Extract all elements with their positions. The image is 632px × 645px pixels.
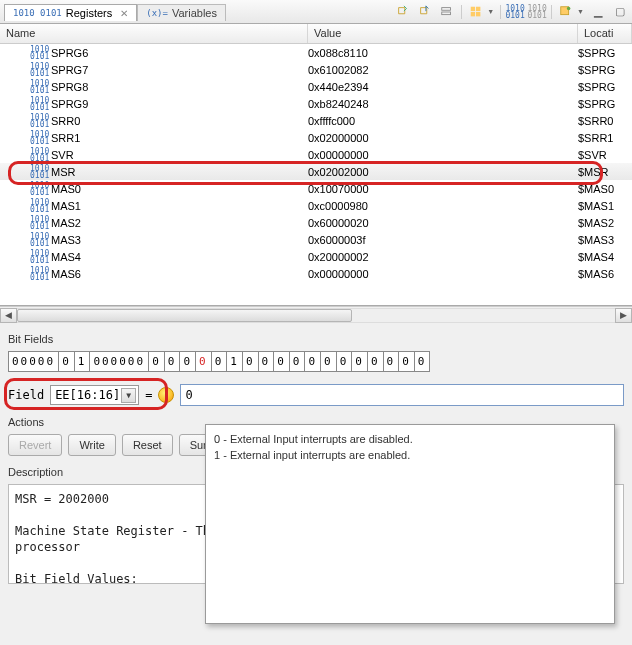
tab-variables-label: Variables [172,7,217,19]
tab-registers[interactable]: 1010 0101 Registers ✕ [4,4,137,21]
bit-cell[interactable]: 0 [164,351,181,372]
horizontal-scrollbar[interactable]: ◀ ▶ [0,306,632,323]
table-row[interactable]: 1010 0101SRR00xffffc000$SRR0 [0,112,632,129]
maximize-icon[interactable]: ▢ [612,5,628,19]
register-icon: 1010 0101 [30,46,46,60]
table-row[interactable]: 1010 0101MSR0x02002000$MSR [0,163,632,180]
bit-cell[interactable]: 0 [351,351,368,372]
table-row[interactable]: 1010 0101MAS60x00000000$MAS6 [0,265,632,282]
table-row[interactable]: 1010 0101SVR0x00000000$SVR [0,146,632,163]
reg-value: 0xffffc000 [308,115,578,127]
svg-rect-4 [471,12,475,16]
bit-cell[interactable]: 0 [289,351,306,372]
toolbar-separator [551,5,552,19]
bit-cell[interactable]: 0 [320,351,337,372]
reg-location: $MAS2 [578,217,632,229]
pin-icon[interactable] [558,4,574,20]
bit-cell[interactable]: 0 [383,351,400,372]
table-row[interactable]: 1010 0101MAS40x20000002$MAS4 [0,248,632,265]
table-row[interactable]: 1010 0101SPRG80x440e2394$SPRG [0,78,632,95]
svg-rect-3 [476,6,480,10]
bit-cell[interactable]: 0 [195,351,212,372]
scroll-right-icon[interactable]: ▶ [615,308,632,323]
reg-name: MAS4 [51,251,81,263]
bit-cell[interactable]: 0 [58,351,75,372]
table-row[interactable]: 1010 0101MAS30x6000003f$MAS3 [0,231,632,248]
table-row[interactable]: 1010 0101MAS10xc0000980$MAS1 [0,197,632,214]
write-button[interactable]: Write [68,434,115,456]
bit-cell[interactable]: 000000 [89,351,149,372]
chevron-down-icon[interactable]: ▼ [487,8,494,15]
export-icon[interactable] [417,4,433,20]
tab-variables[interactable]: (x)= Variables [137,4,226,21]
table-row[interactable]: 1010 0101SPRG70x61002082$SPRG [0,61,632,78]
toolbar-separator [461,5,462,19]
svg-rect-5 [476,12,480,16]
reg-name: SVR [51,149,74,161]
bit-cell[interactable]: 0 [304,351,321,372]
bit-cell[interactable]: 0 [211,351,228,372]
table-row[interactable]: 1010 0101SPRG60x088c8110$SPRG [0,44,632,61]
tab-registers-label: Registers [66,7,112,19]
chevron-down-icon[interactable]: ▼ [577,8,584,15]
table-row[interactable]: 1010 0101SPRG90xb8240248$SPRG [0,95,632,112]
bit-cell[interactable]: 0 [414,351,431,372]
bit-cell[interactable]: 1 [226,351,243,372]
bit-cell[interactable]: 0 [242,351,259,372]
col-value[interactable]: Value [308,24,578,43]
register-icon: 1010 0101 [30,80,46,94]
table-header: Name Value Locati [0,24,632,44]
scroll-thumb[interactable] [17,309,352,322]
minimize-icon[interactable]: ▁ [590,5,606,19]
register-icon: 1010 0101 [30,233,46,247]
table-row[interactable]: 1010 0101MAS00x10070000$MAS0 [0,180,632,197]
field-select[interactable]: EE[16:16] ▼ [50,385,139,405]
reg-value: 0x60000020 [308,217,578,229]
equals-label: = [145,388,152,402]
view-tabbar: 1010 0101 Registers ✕ (x)= Variables ▼ 1… [0,0,632,24]
reg-name: MAS3 [51,234,81,246]
register-icon: 1010 0101 [30,199,46,213]
chevron-down-icon[interactable]: ▼ [121,388,136,403]
field-value-input[interactable] [180,384,624,406]
reg-name: SRR1 [51,132,80,144]
bit-cell[interactable]: 0 [258,351,275,372]
toolbar-separator [500,5,501,19]
col-name[interactable]: Name [0,24,308,43]
variables-icon: (x)= [146,8,168,18]
bit-cell[interactable]: 0 [398,351,415,372]
layout-icon[interactable] [468,4,484,20]
register-icon: 1010 0101 [30,63,46,77]
bit-cell[interactable]: 0 [367,351,384,372]
revert-button[interactable]: Revert [8,434,62,456]
bit-cell[interactable]: 0 [336,351,353,372]
register-icon: 1010 0101 [30,97,46,111]
collapse-all-icon[interactable] [439,4,455,20]
register-icon: 1010 0101 [30,131,46,145]
reg-value: 0x10070000 [308,183,578,195]
bit-cell[interactable]: 0 [273,351,290,372]
reg-name: SPRG7 [51,64,88,76]
table-row[interactable]: 1010 0101MAS20x60000020$MAS2 [0,214,632,231]
binary-icon[interactable]: 1010 0101 [507,4,523,20]
reg-location: $MAS0 [578,183,632,195]
reset-button[interactable]: Reset [122,434,173,456]
register-icon: 1010 0101 [30,165,46,179]
svg-rect-2 [471,6,475,10]
binary2-icon[interactable]: 1010 0101 [529,4,545,20]
register-icon: 1010 0101 [30,267,46,281]
scroll-left-icon[interactable]: ◀ [0,308,17,323]
svg-point-7 [567,6,571,10]
col-location[interactable]: Locati [578,24,632,43]
reg-value: 0x61002082 [308,64,578,76]
bit-cell[interactable]: 0 [148,351,165,372]
reg-location: $MAS4 [578,251,632,263]
bulb-icon[interactable] [158,387,174,403]
bit-cell[interactable]: 0 [179,351,196,372]
bit-cell[interactable]: 00000 [8,351,59,372]
table-row[interactable]: 1010 0101SRR10x02000000$SRR1 [0,129,632,146]
bit-cell[interactable]: 1 [74,351,91,372]
import-icon[interactable] [395,4,411,20]
scroll-track[interactable] [17,308,615,323]
close-icon[interactable]: ✕ [120,8,128,19]
